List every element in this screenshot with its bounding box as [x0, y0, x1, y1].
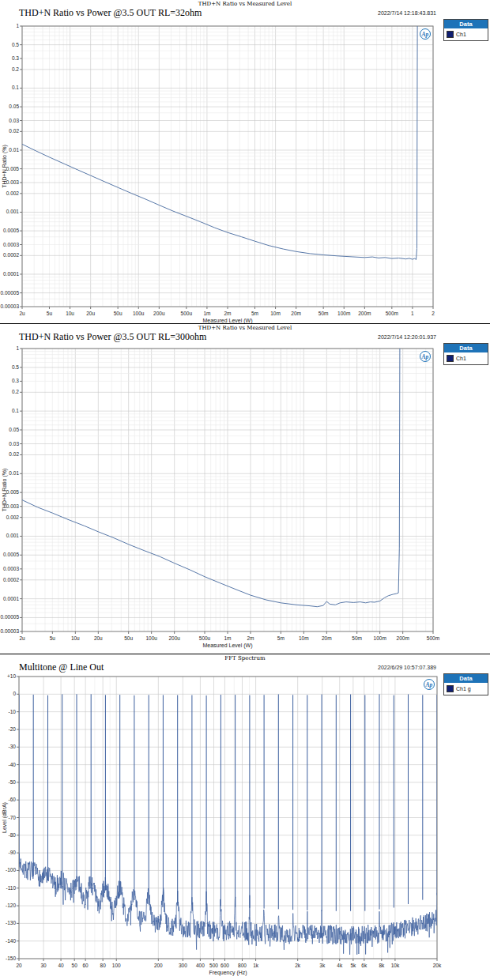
- legend-entry-label: Ch1: [456, 356, 466, 361]
- svg-text:0.5: 0.5: [12, 42, 19, 47]
- svg-text:20k: 20k: [433, 963, 442, 968]
- svg-text:5u: 5u: [47, 311, 53, 316]
- svg-text:0.02: 0.02: [9, 128, 19, 134]
- svg-text:10k: 10k: [391, 963, 400, 968]
- svg-text:Measured Level (W): Measured Level (W): [202, 643, 252, 649]
- svg-text:0.0002: 0.0002: [3, 252, 19, 258]
- svg-text:-150: -150: [6, 956, 16, 961]
- svg-text:20m: 20m: [291, 311, 301, 316]
- trace-color-swatch: [447, 31, 454, 38]
- measurement-title: Multitone @ Line Out: [19, 662, 104, 673]
- legend-entry-ch1g[interactable]: Ch1 g: [444, 683, 488, 695]
- svg-text:0.003: 0.003: [6, 503, 20, 509]
- svg-text:0.001: 0.001: [6, 209, 20, 214]
- trace-color-swatch: [447, 685, 454, 692]
- svg-text:0.002: 0.002: [6, 190, 20, 196]
- svg-text:1m: 1m: [203, 311, 210, 316]
- svg-text:0.0002: 0.0002: [3, 577, 19, 582]
- svg-text:200m: 200m: [397, 635, 409, 641]
- legend-header: Data: [444, 344, 488, 352]
- svg-text:100m: 100m: [337, 311, 350, 316]
- svg-text:-10: -10: [9, 709, 17, 714]
- svg-text:100u: 100u: [145, 635, 157, 641]
- svg-text:0.001: 0.001: [6, 533, 20, 538]
- graph-type-title: THD+N Ratio vs Measured Level: [0, 1, 490, 7]
- svg-text:-110: -110: [6, 885, 16, 891]
- svg-text:0.005: 0.005: [6, 489, 20, 495]
- svg-text:10m: 10m: [270, 311, 281, 316]
- svg-text:-30: -30: [9, 744, 17, 749]
- svg-text:0.1: 0.1: [12, 408, 19, 413]
- svg-text:5m: 5m: [251, 311, 258, 316]
- svg-text:20u: 20u: [94, 635, 103, 641]
- svg-text:3k: 3k: [319, 963, 326, 968]
- svg-text:30: 30: [40, 963, 47, 968]
- svg-text:60: 60: [83, 963, 89, 968]
- svg-text:-40: -40: [9, 762, 17, 767]
- svg-text:0.2: 0.2: [12, 66, 19, 72]
- measurement-title: THD+N Ratio vs Power @3.5 OUT RL=32ohm: [19, 7, 202, 19]
- svg-text:50u: 50u: [124, 635, 133, 641]
- legend-panel: Data Ch1: [443, 19, 488, 41]
- svg-text:0.03: 0.03: [9, 441, 19, 447]
- svg-text:0.0001: 0.0001: [3, 271, 19, 277]
- svg-text:500m: 500m: [427, 635, 439, 641]
- svg-text:0.05: 0.05: [9, 427, 19, 432]
- svg-text:0.02: 0.02: [9, 451, 19, 457]
- svg-text:10u: 10u: [66, 311, 74, 316]
- svg-text:0.1: 0.1: [12, 85, 19, 90]
- svg-text:0.0001: 0.0001: [3, 596, 19, 601]
- svg-text:0: 0: [13, 691, 16, 696]
- svg-text:0.5: 0.5: [12, 364, 19, 370]
- graph-type-title: THD+N Ratio vs Measured Level: [0, 325, 490, 331]
- svg-text:20u: 20u: [86, 311, 95, 316]
- svg-text:50u: 50u: [114, 311, 122, 316]
- svg-text:500u: 500u: [199, 635, 211, 641]
- svg-text:-70: -70: [9, 815, 17, 820]
- fft-multitone-plot: 2030405060801002003004005006008001k2k3k4…: [0, 654, 490, 980]
- legend-header: Data: [444, 674, 488, 683]
- svg-text:-80: -80: [9, 832, 17, 838]
- svg-text:200: 200: [154, 963, 163, 968]
- svg-text:Level (dBrA): Level (dBrA): [2, 802, 8, 833]
- legend-panel: Data Ch1: [443, 343, 488, 365]
- svg-text:8k: 8k: [379, 963, 385, 968]
- legend-entry-label: Ch1: [456, 32, 466, 37]
- ap-logo-icon: Ap: [420, 351, 431, 362]
- svg-text:0.00005: 0.00005: [1, 614, 20, 620]
- svg-text:0.3: 0.3: [12, 55, 19, 61]
- svg-text:0.005: 0.005: [6, 166, 20, 172]
- legend-entry-ch1[interactable]: Ch1: [444, 28, 488, 40]
- svg-text:-50: -50: [9, 779, 17, 785]
- ap-logo-icon: Ap: [420, 28, 431, 40]
- svg-text:Measured Level (W): Measured Level (W): [202, 318, 252, 323]
- svg-text:5k: 5k: [350, 963, 356, 968]
- svg-text:0.00003: 0.00003: [1, 628, 20, 634]
- svg-text:10u: 10u: [71, 635, 80, 641]
- svg-text:400: 400: [196, 963, 205, 968]
- svg-text:-140: -140: [6, 938, 16, 944]
- svg-text:10m: 10m: [299, 635, 309, 641]
- svg-text:0.0005: 0.0005: [3, 552, 19, 557]
- ap-report-page: 2u5u10u20u50u100u200u500u1m2m5m10m20m50m…: [0, 0, 490, 980]
- svg-text:500: 500: [209, 963, 218, 968]
- svg-text:0.01: 0.01: [9, 470, 19, 476]
- svg-text:1m: 1m: [224, 635, 231, 641]
- legend-header: Data: [444, 20, 488, 28]
- svg-text:1: 1: [16, 23, 19, 28]
- svg-text:0.2: 0.2: [12, 389, 19, 394]
- svg-text:+10: +10: [7, 673, 16, 679]
- svg-text:-90: -90: [9, 850, 17, 855]
- svg-text:0.0005: 0.0005: [3, 228, 19, 233]
- panel-fft-multitone: 2030405060801002003004005006008001k2k3k4…: [0, 654, 490, 980]
- svg-text:2u: 2u: [19, 311, 25, 316]
- timestamp: 2022/7/14 12:20:01.937: [378, 334, 436, 340]
- legend-entry-ch1[interactable]: Ch1: [444, 352, 488, 364]
- svg-text:1k: 1k: [253, 963, 259, 968]
- ap-logo-icon: Ap: [424, 679, 435, 690]
- legend-entry-label: Ch1 g: [456, 686, 471, 692]
- svg-text:4k: 4k: [337, 963, 343, 968]
- legend-panel: Data Ch1 g: [443, 673, 488, 695]
- svg-text:-130: -130: [6, 920, 16, 925]
- svg-text:-120: -120: [6, 903, 16, 908]
